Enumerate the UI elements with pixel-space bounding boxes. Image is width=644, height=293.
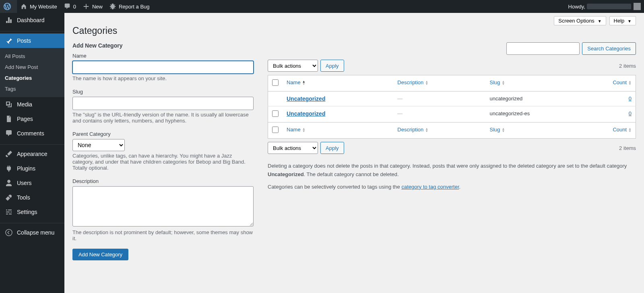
- description-textarea[interactable]: [72, 186, 254, 227]
- plug-icon: [5, 164, 13, 172]
- col-name[interactable]: Name▲▼: [283, 75, 393, 91]
- wp-logo[interactable]: [0, 0, 17, 13]
- col-count-bottom[interactable]: Count▲▼: [600, 123, 636, 139]
- table-row: Uncategorized—uncategorized0: [268, 91, 636, 106]
- howdy-text: Howdy,: [568, 4, 585, 10]
- sliders-icon: [5, 208, 13, 216]
- comments-icon: [5, 129, 13, 137]
- bug-label: Report a Bug: [119, 4, 150, 10]
- new-label: New: [92, 4, 103, 10]
- col-slug-bottom[interactable]: Slug▲▼: [485, 123, 599, 139]
- brush-icon: [5, 150, 13, 158]
- menu-pages[interactable]: Pages: [0, 112, 64, 126]
- chevron-down-icon: ▼: [626, 19, 632, 23]
- parent-label: Parent Category: [72, 131, 254, 137]
- slug-input[interactable]: [72, 97, 254, 110]
- home-icon: [20, 3, 27, 10]
- pin-icon: [5, 37, 13, 45]
- col-description[interactable]: Description▲▼: [393, 75, 485, 91]
- collapse-icon: [5, 229, 13, 237]
- chevron-down-icon: ▼: [597, 19, 602, 23]
- comments-link[interactable]: 0: [60, 0, 79, 13]
- name-input[interactable]: [72, 61, 254, 74]
- comment-count: 0: [73, 4, 76, 10]
- description-help: The description is not prominent by defa…: [72, 229, 254, 241]
- menu-plugins[interactable]: Plugins: [0, 161, 64, 176]
- name-help: The name is how it appears on your site.: [72, 75, 254, 81]
- user-icon: [5, 179, 13, 187]
- wordpress-icon: [3, 2, 11, 10]
- avatar-icon: [634, 3, 641, 10]
- menu-media[interactable]: Media: [0, 97, 64, 112]
- row-checkbox[interactable]: [272, 110, 279, 117]
- menu-users[interactable]: Users: [0, 176, 64, 190]
- description-label: Description: [72, 178, 254, 184]
- bulk-actions-top[interactable]: Bulk actions: [268, 60, 318, 72]
- select-all-bottom[interactable]: [272, 127, 279, 133]
- user-account[interactable]: Howdy,: [565, 0, 644, 13]
- converter-link[interactable]: category to tag converter: [401, 184, 459, 190]
- category-name-link[interactable]: Uncategorized: [287, 110, 325, 117]
- svg-point-0: [6, 229, 12, 236]
- submenu-tags[interactable]: Tags: [0, 83, 64, 94]
- menu-posts[interactable]: Posts: [0, 33, 64, 48]
- menu-tools[interactable]: Tools: [0, 190, 64, 205]
- table-row: Uncategorized—uncategorized-es0: [268, 106, 636, 123]
- parent-help: Categories, unlike tags, can have a hier…: [72, 153, 254, 171]
- category-description: —: [397, 96, 402, 102]
- new-link[interactable]: New: [79, 0, 106, 13]
- col-slug[interactable]: Slug▲▼: [485, 75, 599, 91]
- menu-settings[interactable]: Settings: [0, 205, 64, 219]
- col-description-bottom[interactable]: Description▲▼: [393, 123, 485, 139]
- comment-icon: [64, 3, 71, 10]
- submenu-all-posts[interactable]: All Posts: [0, 51, 64, 62]
- items-count-top: 2 items: [619, 63, 636, 69]
- name-label: Name: [72, 53, 254, 59]
- category-slug: uncategorized-es: [485, 106, 599, 123]
- parent-select[interactable]: None: [72, 139, 125, 151]
- plus-icon: [83, 3, 90, 10]
- apply-top-button[interactable]: Apply: [320, 60, 344, 72]
- admin-bar: My Website 0 New Report a Bug Howdy,: [0, 0, 644, 13]
- add-category-button[interactable]: Add New Category: [72, 249, 128, 260]
- category-count-link[interactable]: 0: [629, 96, 632, 102]
- menu-dashboard[interactable]: Dashboard: [0, 13, 64, 27]
- add-category-form: Add New Category Name The name is how it…: [72, 42, 254, 260]
- form-heading: Add New Category: [72, 42, 254, 49]
- page-title: Categories: [72, 25, 636, 42]
- search-button[interactable]: Search Categories: [582, 42, 636, 55]
- menu-comments[interactable]: Comments: [0, 126, 64, 141]
- col-name-bottom[interactable]: Name▲▼: [283, 123, 393, 139]
- categories-table: Name▲▼ Description▲▼ Slug▲▼ Count▲▼ Unca…: [268, 75, 636, 139]
- slug-help: The "slug" is the URL-friendly version o…: [72, 112, 254, 124]
- help-button[interactable]: Help ▼: [609, 16, 636, 25]
- report-bug-link[interactable]: Report a Bug: [106, 0, 153, 13]
- apply-bottom-button[interactable]: Apply: [320, 142, 344, 154]
- search-input[interactable]: [506, 42, 580, 55]
- submenu-add-new[interactable]: Add New Post: [0, 62, 64, 73]
- dashboard-icon: [5, 16, 13, 24]
- category-description: —: [397, 110, 402, 116]
- collapse-menu[interactable]: Collapse menu: [0, 225, 64, 240]
- slug-label: Slug: [72, 89, 254, 95]
- submenu-posts: All Posts Add New Post Categories Tags: [0, 48, 64, 97]
- admin-sidebar: Dashboard Posts All Posts Add New Post C…: [0, 13, 64, 276]
- select-all-top[interactable]: [272, 79, 279, 86]
- bug-icon: [109, 3, 116, 10]
- content: Screen Options ▼ Help ▼ Categories Add N…: [64, 13, 644, 276]
- submenu-categories[interactable]: Categories: [0, 73, 64, 83]
- category-count-link[interactable]: 0: [629, 110, 632, 116]
- site-name: My Website: [30, 4, 57, 10]
- screen-options-button[interactable]: Screen Options ▼: [554, 16, 606, 25]
- category-slug: uncategorized: [485, 91, 599, 106]
- site-name-link[interactable]: My Website: [17, 0, 60, 13]
- bulk-actions-bottom[interactable]: Bulk actions: [268, 142, 318, 154]
- page-icon: [5, 115, 13, 123]
- user-name: [587, 4, 631, 9]
- items-count-bottom: 2 items: [619, 145, 636, 151]
- menu-appearance[interactable]: Appearance: [0, 147, 64, 161]
- wrench-icon: [5, 193, 13, 202]
- category-name-link[interactable]: Uncategorized: [287, 96, 325, 102]
- col-count[interactable]: Count▲▼: [600, 75, 636, 91]
- media-icon: [5, 100, 13, 108]
